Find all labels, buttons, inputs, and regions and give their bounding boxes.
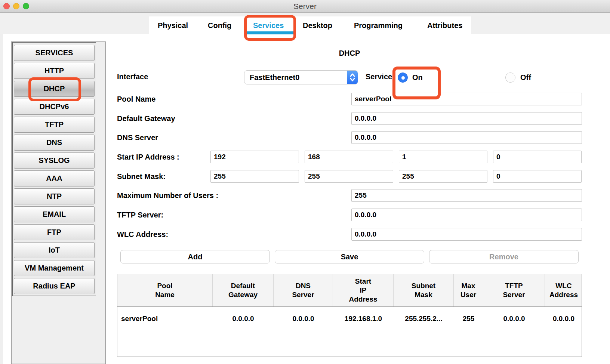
cell-tftp-server: 0.0.0.0: [483, 315, 545, 323]
subnet-mask-octet-3[interactable]: [399, 170, 487, 183]
service-label: Service: [366, 73, 392, 81]
page-title: DHCP: [117, 49, 582, 58]
tab-programming[interactable]: Programming: [354, 21, 403, 30]
tab-desktop[interactable]: Desktop: [303, 21, 332, 30]
col-header-dns-server: DNS Server: [274, 274, 333, 306]
subnet-mask-octet-4[interactable]: [493, 170, 582, 183]
tftp-server-label: TFTP Server:: [117, 211, 163, 219]
window-left-margin: [0, 34, 3, 364]
add-button[interactable]: Add: [120, 250, 270, 263]
annotation-services-tab: [244, 15, 296, 41]
cell-pool-name: serverPool: [117, 315, 213, 323]
max-users-label: Maximum Number of Users :: [117, 191, 218, 200]
cell-subnet-mask: 255.255.2...: [394, 315, 454, 323]
sidebar-item-email[interactable]: EMAIL: [14, 206, 95, 222]
max-users-input[interactable]: [351, 189, 582, 202]
combo-stepper-icon[interactable]: [347, 71, 358, 84]
close-window-icon[interactable]: [3, 3, 10, 9]
default-gateway-input[interactable]: [351, 112, 582, 125]
interface-selected-value: FastEthernet0: [250, 71, 299, 84]
save-button[interactable]: Save: [275, 250, 424, 263]
tab-config[interactable]: Config: [208, 21, 231, 30]
dhcp-pool-table: Pool Name Default Gateway DNS Server Sta…: [117, 274, 582, 357]
interface-select[interactable]: FastEthernet0: [244, 70, 358, 84]
start-ip-octet-2[interactable]: [305, 151, 393, 163]
dns-server-label: DNS Server: [117, 133, 158, 142]
sidebar-item-http[interactable]: HTTP: [14, 63, 95, 79]
annotation-dhcp-item: [28, 77, 81, 101]
heading-divider: [117, 64, 582, 64]
sidebar-item-iot[interactable]: IoT: [14, 242, 95, 258]
cell-dns-server: 0.0.0.0: [274, 315, 333, 323]
sidebar-item-aaa[interactable]: AAA: [14, 170, 95, 186]
sidebar-item-radius-eap[interactable]: Radius EAP: [14, 278, 95, 294]
start-ip-octet-1[interactable]: [210, 151, 299, 163]
pool-name-label: Pool Name: [117, 95, 155, 104]
minimize-window-icon[interactable]: [13, 3, 19, 9]
tftp-server-input[interactable]: [351, 209, 582, 221]
sidebar-item-ftp[interactable]: FTP: [14, 224, 95, 240]
col-header-default-gateway: Default Gateway: [213, 274, 274, 306]
zoom-window-icon[interactable]: [23, 3, 29, 9]
tab-attributes[interactable]: Attributes: [427, 21, 462, 30]
remove-button[interactable]: Remove: [429, 250, 579, 263]
start-ip-label: Start IP Address :: [117, 153, 179, 161]
col-header-max-user: Max User: [454, 274, 483, 306]
sidebar-item-ntp[interactable]: NTP: [14, 188, 95, 204]
window-title: Server: [0, 0, 610, 12]
window-titlebar: Server: [0, 0, 610, 13]
start-ip-octet-4[interactable]: [493, 151, 582, 163]
default-gateway-label: Default Gateway: [117, 114, 175, 123]
cell-start-ip: 192.168.1.0: [333, 315, 394, 323]
cell-default-gateway: 0.0.0.0: [213, 315, 274, 323]
sidebar-item-services-header[interactable]: SERVICES: [14, 45, 95, 61]
wlc-address-label: WLC Address:: [117, 230, 168, 239]
col-header-wlc-address: WLC Address: [545, 274, 582, 306]
cell-wlc-address: 0.0.0.0: [545, 315, 582, 323]
annotation-service-on: [392, 67, 441, 99]
wlc-address-input[interactable]: [351, 228, 582, 241]
service-off-radio[interactable]: [505, 73, 515, 83]
col-header-pool-name: Pool Name: [117, 274, 213, 306]
subnet-mask-octet-1[interactable]: [210, 170, 299, 183]
tab-bar: Physical Config Services Desktop Program…: [149, 16, 471, 34]
col-header-start-ip: Start IP Address: [333, 274, 394, 306]
service-off-label: Off: [520, 73, 531, 82]
tab-band: Physical Config Services Desktop Program…: [0, 13, 610, 34]
sidebar-item-vm-management[interactable]: VM Management: [14, 260, 95, 276]
col-header-tftp-server: TFTP Server: [483, 274, 545, 306]
pool-name-input[interactable]: [351, 93, 582, 105]
tab-physical[interactable]: Physical: [158, 21, 188, 30]
subnet-mask-label: Subnet Mask:: [117, 172, 166, 181]
sidebar-item-tftp[interactable]: TFTP: [14, 117, 95, 133]
cell-max-user: 255: [454, 315, 483, 323]
interface-label: Interface: [117, 73, 148, 81]
sidebar-item-syslog[interactable]: SYSLOG: [14, 152, 95, 169]
dns-server-input[interactable]: [351, 131, 582, 144]
sidebar-item-dns[interactable]: DNS: [14, 135, 95, 151]
pool-table-header: Pool Name Default Gateway DNS Server Sta…: [117, 274, 582, 307]
start-ip-octet-3[interactable]: [399, 151, 487, 163]
col-header-subnet-mask: Subnet Mask: [394, 274, 454, 306]
subnet-mask-octet-2[interactable]: [305, 170, 393, 183]
pool-table-row[interactable]: serverPool 0.0.0.0 0.0.0.0 192.168.1.0 2…: [117, 307, 582, 323]
